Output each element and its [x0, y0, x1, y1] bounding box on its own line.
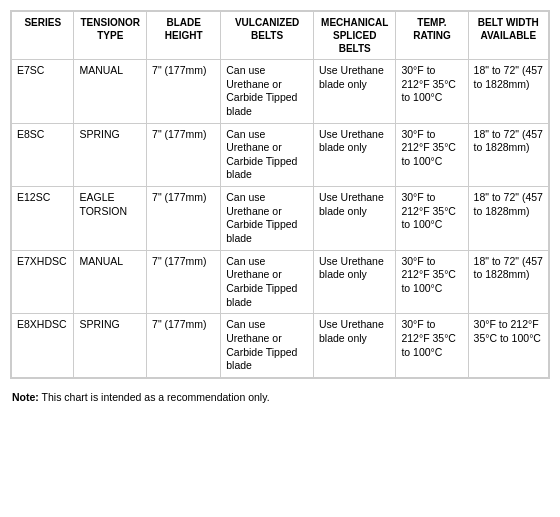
cell-mechanical: Use Urethane blade only: [313, 60, 395, 124]
header-tensionor: TENSIONOR TYPE: [74, 12, 147, 60]
cell-vulcanized: Can use Urethane or Carbide Tipped blade: [221, 314, 314, 378]
cell-mechanical: Use Urethane blade only: [313, 314, 395, 378]
cell-blade: 7" (177mm): [147, 314, 221, 378]
cell-series: E8SC: [12, 123, 74, 187]
note-text: This chart is intended as a recommendati…: [39, 391, 270, 403]
cell-vulcanized: Can use Urethane or Carbide Tipped blade: [221, 60, 314, 124]
cell-tensionor: SPRING: [74, 123, 147, 187]
header-belt_width: BELT WIDTH AVAILABLE: [468, 12, 548, 60]
cell-temp: 30°F to 212°F 35°C to 100°C: [396, 250, 468, 314]
specs-table: SERIESTENSIONOR TYPEBLADE HEIGHTVULCANIZ…: [11, 11, 549, 378]
cell-belt_width: 18" to 72" (457 to 1828mm): [468, 250, 548, 314]
cell-series: E7XHDSC: [12, 250, 74, 314]
cell-blade: 7" (177mm): [147, 123, 221, 187]
cell-belt_width: 30°F to 212°F 35°C to 100°C: [468, 314, 548, 378]
header-vulcanized: VULCANIZED BELTS: [221, 12, 314, 60]
cell-vulcanized: Can use Urethane or Carbide Tipped blade: [221, 187, 314, 251]
cell-temp: 30°F to 212°F 35°C to 100°C: [396, 60, 468, 124]
table-row: E7XHDSCMANUAL7" (177mm)Can use Urethane …: [12, 250, 549, 314]
table-row: E7SCMANUAL7" (177mm)Can use Urethane or …: [12, 60, 549, 124]
cell-series: E12SC: [12, 187, 74, 251]
note-section: Note: This chart is intended as a recomm…: [10, 387, 550, 407]
cell-blade: 7" (177mm): [147, 60, 221, 124]
cell-mechanical: Use Urethane blade only: [313, 250, 395, 314]
cell-tensionor: MANUAL: [74, 250, 147, 314]
cell-belt_width: 18" to 72" (457 to 1828mm): [468, 60, 548, 124]
cell-temp: 30°F to 212°F 35°C to 100°C: [396, 314, 468, 378]
header-temp: TEMP. RATING: [396, 12, 468, 60]
table-body: E7SCMANUAL7" (177mm)Can use Urethane or …: [12, 60, 549, 378]
cell-tensionor: MANUAL: [74, 60, 147, 124]
cell-series: E8XHDSC: [12, 314, 74, 378]
cell-vulcanized: Can use Urethane or Carbide Tipped blade: [221, 250, 314, 314]
table-header: SERIESTENSIONOR TYPEBLADE HEIGHTVULCANIZ…: [12, 12, 549, 60]
table-row: E12SCEAGLE TORSION7" (177mm)Can use Uret…: [12, 187, 549, 251]
main-table-container: SERIESTENSIONOR TYPEBLADE HEIGHTVULCANIZ…: [10, 10, 550, 379]
cell-temp: 30°F to 212°F 35°C to 100°C: [396, 123, 468, 187]
cell-belt_width: 18" to 72" (457 to 1828mm): [468, 187, 548, 251]
cell-temp: 30°F to 212°F 35°C to 100°C: [396, 187, 468, 251]
header-blade: BLADE HEIGHT: [147, 12, 221, 60]
cell-vulcanized: Can use Urethane or Carbide Tipped blade: [221, 123, 314, 187]
note-prefix: Note:: [12, 391, 39, 403]
cell-series: E7SC: [12, 60, 74, 124]
cell-blade: 7" (177mm): [147, 187, 221, 251]
header-row: SERIESTENSIONOR TYPEBLADE HEIGHTVULCANIZ…: [12, 12, 549, 60]
header-mechanical: MECHANICAL SPLICED BELTS: [313, 12, 395, 60]
cell-mechanical: Use Urethane blade only: [313, 187, 395, 251]
cell-belt_width: 18" to 72" (457 to 1828mm): [468, 123, 548, 187]
table-row: E8XHDSCSPRING7" (177mm)Can use Urethane …: [12, 314, 549, 378]
cell-blade: 7" (177mm): [147, 250, 221, 314]
table-row: E8SCSPRING7" (177mm)Can use Urethane or …: [12, 123, 549, 187]
cell-mechanical: Use Urethane blade only: [313, 123, 395, 187]
header-series: SERIES: [12, 12, 74, 60]
cell-tensionor: SPRING: [74, 314, 147, 378]
cell-tensionor: EAGLE TORSION: [74, 187, 147, 251]
